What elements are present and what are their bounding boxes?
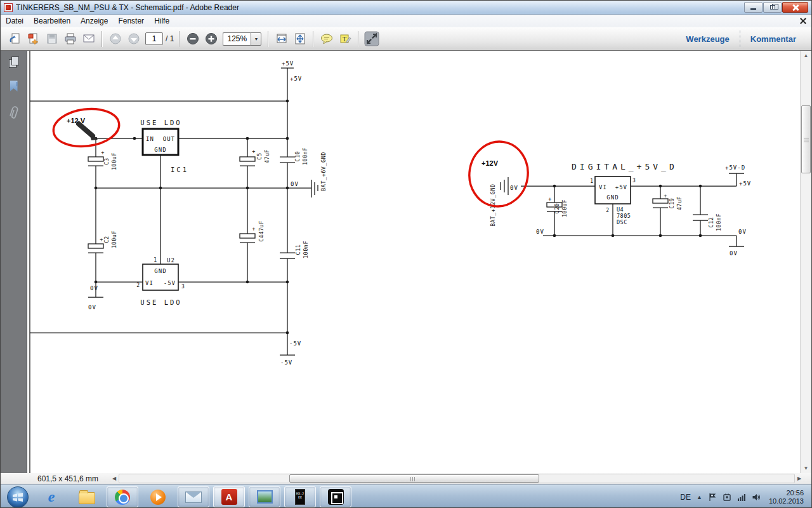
start-button[interactable] [7,486,29,508]
taskbar-mediaplayer-button[interactable] [142,486,174,507]
u2-refdes: U2 [167,257,175,264]
kommentar-panel-button[interactable]: Kommentar [740,27,806,50]
fit-page-button[interactable] [291,30,308,48]
u4-gnd-pin-label: GND [606,194,619,201]
menu-datei[interactable]: Datei [1,15,29,27]
scroll-right-icon[interactable]: ▶ [797,476,801,481]
adobe-reader-window: TINKERERS_SB_NM_PSU & TX - Schematic.pdf… [0,0,812,508]
window-title: TINKERERS_SB_NM_PSU & TX - Schematic.pdf… [16,3,744,12]
zoom-level-value[interactable]: 125% [223,32,251,46]
c20-value: 100uF [561,199,568,217]
toolbar-separator [313,31,313,47]
highlight-text-button[interactable]: T [336,30,353,48]
zoom-in-button[interactable] [202,30,219,48]
ic1-in-pin-label: IN [146,136,154,142]
menu-fenster[interactable]: Fenster [113,15,149,27]
minimize-button[interactable] [744,2,763,13]
restore-button[interactable] [763,2,782,13]
zero-v-node-label: 0V [90,285,98,291]
menu-hilfe[interactable]: Hilfe [149,15,174,27]
email-button[interactable] [80,30,97,48]
c19-value: 47uF [676,196,683,210]
minimize-icon [750,8,756,10]
page-number-input[interactable]: 1 [145,32,163,45]
action-center-flag-icon[interactable] [708,493,717,502]
expand-arrows-icon [364,31,379,46]
down-arrow-icon [127,32,141,46]
horizontal-scrollbar[interactable] [119,474,795,483]
taskbar-explorer-button[interactable] [71,486,103,507]
plus5v-rail-label: +5V [282,60,294,67]
open-recent-button[interactable] [6,30,23,48]
zoom-out-button[interactable] [184,30,201,48]
toolbar: 1 / 1 125% ▼ T Werkzeuge [1,27,811,51]
c5-polarity: + [252,148,256,154]
c2-polarity: + [100,236,103,243]
taskbar: e A HX:J EE DE ▲ 20:56 10.02.2013 [1,485,811,508]
floppy-disk-icon [45,32,59,46]
c12-refdes: C12 [708,217,714,228]
taskbar-chrome-button[interactable] [107,486,138,507]
navigation-sidebar [1,51,27,473]
scroll-left-icon[interactable]: ◀ [112,476,116,481]
taskbar-blackapp-button[interactable]: HX:J EE [284,486,316,507]
menu-bearbeiten[interactable]: Bearbeiten [29,15,75,27]
u2-pin2-number: 2 [136,283,140,288]
comment-button[interactable] [318,30,335,48]
taskbar-ie-button[interactable]: e [36,486,67,507]
plus5v-wire-label: +5V [290,76,302,82]
ic1-use-ldo-label: USE LDO [140,119,181,126]
fit-width-icon [275,32,289,46]
red-ellipse-right[interactable] [465,137,533,210]
next-page-button[interactable] [125,30,142,48]
horizontal-scroll-thumb[interactable] [289,474,539,483]
menubar-close-icon[interactable] [799,17,806,24]
vertical-scrollbar[interactable]: ▲ ▼ [800,51,811,473]
windows-update-icon[interactable] [723,493,731,502]
envelope-icon [82,32,96,46]
annotation-left[interactable]: +12 V [51,105,121,150]
annotation-right[interactable]: +12V [465,137,533,210]
page-count-label: / 1 [166,34,174,43]
tray-expand-icon[interactable]: ▲ [697,494,702,500]
menu-anzeige[interactable]: Anzeige [75,15,113,27]
toolbar-separator [358,31,358,47]
image-viewer-icon [257,490,273,504]
vertical-scroll-thumb[interactable] [801,105,811,173]
network-signal-icon[interactable] [737,493,746,502]
adobe-letter: A [226,491,233,502]
ic1-out-pin-label: OUT [163,136,175,142]
print-button[interactable] [62,30,79,48]
document-star-icon [27,32,41,46]
attachments-button[interactable] [8,104,20,123]
u2-vi-pin-label: VI [145,280,154,286]
create-pdf-button[interactable] [25,30,42,48]
adobe-reader-app-icon [4,3,13,12]
scroll-up-icon[interactable]: ▲ [801,53,811,58]
werkzeuge-panel-button[interactable]: Werkzeuge [676,27,739,50]
language-indicator[interactable]: DE [680,493,691,502]
titlebar: TINKERERS_SB_NM_PSU & TX - Schematic.pdf… [1,1,811,15]
fullscreen-button[interactable] [363,30,380,48]
zoom-dropdown-button[interactable]: ▼ [251,32,261,46]
black-app-icon: HX:J EE [295,489,305,505]
bookmarks-button[interactable] [10,81,18,91]
tray-clock[interactable]: 20:56 10.02.2013 [769,489,804,505]
volume-speaker-icon[interactable] [752,493,761,502]
document-page[interactable]: +5V +5V USE LDO IN OUT GND IC1 + C3 100u… [27,51,800,473]
fit-width-button[interactable] [273,30,290,48]
taskbar-qrapp-button[interactable] [320,486,351,507]
previous-page-button[interactable] [107,30,124,48]
zoom-level-combo[interactable]: 125% ▼ [223,32,261,46]
taskbar-mail-button[interactable] [178,486,209,507]
save-button[interactable] [43,30,60,48]
taskbar-screenshot-button[interactable] [249,486,280,507]
internet-explorer-icon: e [48,488,55,505]
scroll-down-icon[interactable]: ▼ [801,465,811,471]
workspace: +5V +5V USE LDO IN OUT GND IC1 + C3 100u… [1,51,811,473]
close-button[interactable] [782,2,808,13]
taskbar-adobe-reader-button[interactable]: A [213,486,245,507]
system-tray: DE ▲ 20:56 10.02.2013 [680,489,809,505]
page-thumbnails-button[interactable] [9,57,19,68]
ic1-refdes: IC1 [171,166,188,173]
